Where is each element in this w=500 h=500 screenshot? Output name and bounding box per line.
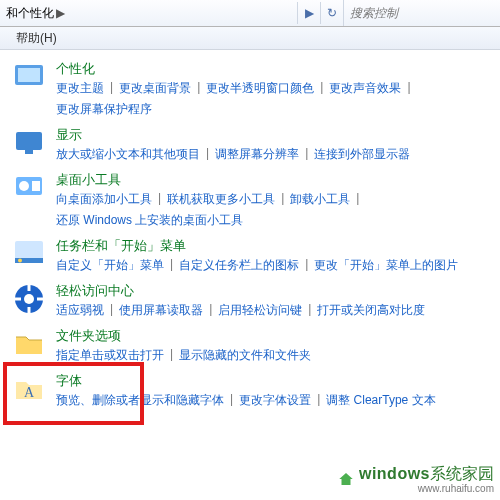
category-title-taskbar[interactable]: 任务栏和「开始」菜单: [56, 237, 496, 255]
link-separator: |: [302, 302, 317, 319]
link-taskbar-1[interactable]: 自定义任务栏上的图标: [179, 257, 299, 274]
link-display-0[interactable]: 放大或缩小文本和其他项目: [56, 146, 200, 163]
link-gadgets-0[interactable]: 向桌面添加小工具: [56, 191, 152, 208]
search-placeholder: 搜索控制: [350, 5, 398, 22]
category-fonts: A字体预览、删除或者显示和隐藏字体|更改字体设置|调整 ClearType 文本: [12, 372, 496, 409]
folder-icon: [12, 327, 46, 361]
link-personalization-4[interactable]: 更改屏幕保护程序: [56, 101, 152, 118]
watermark-main: windows: [359, 465, 430, 482]
category-gadgets: 桌面小工具向桌面添加小工具|联机获取更多小工具|卸载小工具|还原 Windows…: [12, 171, 496, 229]
menu-bar: 帮助(H): [0, 27, 500, 50]
category-personalization: 个性化更改主题|更改桌面背景|更改半透明窗口颜色|更改声音效果|更改屏幕保护程序: [12, 60, 496, 118]
svg-point-9: [18, 259, 22, 263]
breadcrumb[interactable]: 和个性化 ▶: [0, 5, 71, 22]
category-title-personalization[interactable]: 个性化: [56, 60, 496, 78]
ease-icon: [12, 282, 46, 316]
link-separator: |: [299, 257, 314, 274]
link-ease-2[interactable]: 启用轻松访问键: [218, 302, 302, 319]
category-title-gadgets[interactable]: 桌面小工具: [56, 171, 496, 189]
svg-point-5: [19, 181, 29, 191]
category-ease: 轻松访问中心适应弱视|使用屏幕读取器|启用轻松访问键|打开或关闭高对比度: [12, 282, 496, 319]
link-separator: |: [314, 80, 329, 97]
category-display: 显示放大或缩小文本和其他项目|调整屏幕分辨率|连接到外部显示器: [12, 126, 496, 163]
category-title-display[interactable]: 显示: [56, 126, 496, 144]
link-taskbar-0[interactable]: 自定义「开始」菜单: [56, 257, 164, 274]
history-dropdown-button[interactable]: ▶: [297, 2, 320, 24]
link-separator: |: [401, 80, 416, 97]
link-separator: |: [164, 257, 179, 274]
content-pane: 个性化更改主题|更改桌面背景|更改半透明窗口颜色|更改声音效果|更改屏幕保护程序…: [0, 50, 500, 421]
link-folder-1[interactable]: 显示隐藏的文件和文件夹: [179, 347, 311, 364]
svg-point-11: [24, 294, 34, 304]
link-ease-3[interactable]: 打开或关闭高对比度: [317, 302, 425, 319]
watermark: windows系统家园 www.ruhaifu.com: [337, 464, 494, 494]
category-folder: 文件夹选项指定单击或双击打开|显示隐藏的文件和文件夹: [12, 327, 496, 364]
display-icon: [12, 126, 46, 160]
link-fonts-0[interactable]: 预览、删除或者显示和隐藏字体: [56, 392, 224, 409]
svg-rect-6: [32, 181, 40, 191]
breadcrumb-segment: 和个性化: [6, 5, 54, 22]
link-separator: |: [311, 392, 326, 409]
menu-help[interactable]: 帮助(H): [8, 30, 65, 47]
link-display-2[interactable]: 连接到外部显示器: [314, 146, 410, 163]
link-ease-1[interactable]: 使用屏幕读取器: [119, 302, 203, 319]
svg-rect-2: [16, 132, 42, 150]
link-fonts-1[interactable]: 更改字体设置: [239, 392, 311, 409]
link-personalization-0[interactable]: 更改主题: [56, 80, 104, 97]
category-title-ease[interactable]: 轻松访问中心: [56, 282, 496, 300]
fonts-icon: A: [12, 372, 46, 406]
category-title-folder[interactable]: 文件夹选项: [56, 327, 496, 345]
link-taskbar-2[interactable]: 更改「开始」菜单上的图片: [314, 257, 458, 274]
personalization-icon: [12, 60, 46, 94]
category-taskbar: 任务栏和「开始」菜单自定义「开始」菜单|自定义任务栏上的图标|更改「开始」菜单上…: [12, 237, 496, 274]
link-personalization-1[interactable]: 更改桌面背景: [119, 80, 191, 97]
link-display-1[interactable]: 调整屏幕分辨率: [215, 146, 299, 163]
link-separator: |: [275, 191, 290, 208]
link-separator: |: [104, 80, 119, 97]
search-box[interactable]: 搜索控制: [343, 0, 500, 26]
taskbar-icon: [12, 237, 46, 271]
link-personalization-2[interactable]: 更改半透明窗口颜色: [206, 80, 314, 97]
link-separator: |: [224, 392, 239, 409]
link-separator: |: [200, 146, 215, 163]
link-ease-0[interactable]: 适应弱视: [56, 302, 104, 319]
gadgets-icon: [12, 171, 46, 205]
refresh-button[interactable]: ↻: [320, 2, 343, 24]
category-title-fonts[interactable]: 字体: [56, 372, 496, 390]
link-separator: |: [203, 302, 218, 319]
watermark-sub: 系统家园: [430, 465, 494, 482]
link-gadgets-2[interactable]: 卸载小工具: [290, 191, 350, 208]
svg-text:A: A: [24, 385, 35, 400]
breadcrumb-delimiter: ▶: [56, 6, 65, 20]
link-separator: |: [104, 302, 119, 319]
link-separator: |: [152, 191, 167, 208]
svg-rect-3: [25, 150, 33, 154]
watermark-logo-icon: [337, 470, 355, 488]
link-separator: |: [191, 80, 206, 97]
link-folder-0[interactable]: 指定单击或双击打开: [56, 347, 164, 364]
link-separator: |: [299, 146, 314, 163]
address-bar: 和个性化 ▶ ▶ ↻ 搜索控制: [0, 0, 500, 27]
link-fonts-2[interactable]: 调整 ClearType 文本: [326, 392, 435, 409]
link-gadgets-3[interactable]: 还原 Windows 上安装的桌面小工具: [56, 212, 243, 229]
link-personalization-3[interactable]: 更改声音效果: [329, 80, 401, 97]
link-separator: |: [350, 191, 365, 208]
link-gadgets-1[interactable]: 联机获取更多小工具: [167, 191, 275, 208]
link-separator: |: [164, 347, 179, 364]
svg-rect-1: [18, 68, 40, 82]
